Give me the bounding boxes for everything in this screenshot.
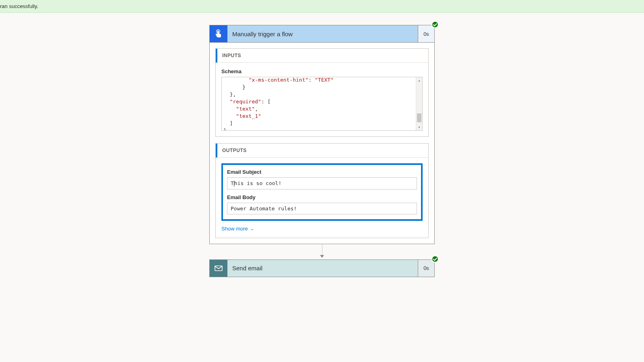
trigger-body: INPUTS Schema "x-ms-content-hint": "TEXT… bbox=[209, 43, 435, 244]
chevron-down-icon: ⌄ bbox=[250, 226, 254, 231]
success-badge-icon bbox=[431, 21, 439, 28]
outputs-highlight: Email Subject This is so cool! Email Bod… bbox=[221, 163, 423, 221]
schema-label: Schema bbox=[221, 68, 423, 74]
arrow-down-icon bbox=[320, 255, 324, 258]
email-body-label: Email Body bbox=[227, 194, 417, 200]
scroll-up-icon[interactable]: ▴ bbox=[416, 77, 422, 84]
email-subject-text: This is so cool! bbox=[231, 180, 281, 186]
touch-icon bbox=[210, 25, 227, 42]
flow-canvas: Manually trigger a flow 0s INPUTS Schema… bbox=[0, 13, 644, 277]
scroll-thumb[interactable] bbox=[417, 113, 421, 122]
mail-icon bbox=[210, 260, 227, 277]
outputs-section: OUTPUTS Email Subject This is so cool! E… bbox=[215, 143, 429, 238]
success-banner-text: ran successfully. bbox=[0, 3, 38, 9]
success-banner: ran successfully. bbox=[0, 0, 644, 13]
show-more-text: Show more bbox=[221, 226, 248, 232]
send-email-duration: 0s bbox=[418, 260, 434, 277]
trigger-step: Manually trigger a flow 0s INPUTS Schema… bbox=[209, 25, 435, 244]
scrollbar[interactable]: ▴ ▾ bbox=[416, 77, 422, 130]
inputs-section: INPUTS Schema "x-ms-content-hint": "TEXT… bbox=[215, 48, 429, 137]
schema-content: "x-ms-content-hint": "TEXT" } }, "requir… bbox=[223, 77, 415, 131]
send-email-title: Send email bbox=[227, 260, 418, 277]
trigger-duration: 0s bbox=[418, 25, 434, 42]
send-email-header[interactable]: Send email 0s bbox=[209, 259, 435, 277]
inputs-heading: INPUTS bbox=[216, 49, 428, 63]
send-email-step: Send email 0s bbox=[209, 259, 435, 277]
email-subject-label: Email Subject bbox=[227, 169, 417, 175]
show-more-link[interactable]: Show more ⌄ bbox=[221, 226, 254, 232]
trigger-header[interactable]: Manually trigger a flow 0s bbox=[209, 25, 435, 43]
schema-textarea[interactable]: "x-ms-content-hint": "TEXT" } }, "requir… bbox=[221, 77, 423, 131]
success-badge-icon bbox=[431, 255, 439, 263]
connector-arrow bbox=[209, 244, 435, 259]
svg-rect-1 bbox=[215, 266, 222, 271]
outputs-body: Email Subject This is so cool! Email Bod… bbox=[216, 158, 428, 238]
connector-line bbox=[322, 244, 322, 256]
email-body-value[interactable]: Power Automate rules! bbox=[227, 203, 417, 214]
scroll-down-icon[interactable]: ▾ bbox=[416, 124, 422, 130]
trigger-title: Manually trigger a flow bbox=[227, 25, 418, 42]
inputs-body: Schema "x-ms-content-hint": "TEXT" } }, … bbox=[216, 63, 428, 136]
outputs-heading: OUTPUTS bbox=[216, 144, 428, 158]
email-subject-value[interactable]: This is so cool! bbox=[227, 177, 417, 189]
